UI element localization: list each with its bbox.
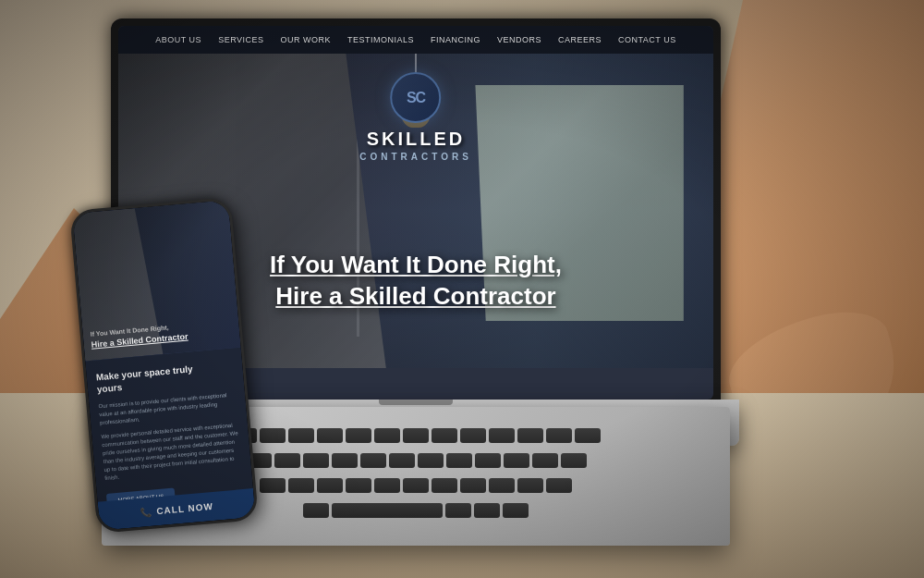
phone: If You Want It Done Right, Hire a Skille… [69, 197, 259, 534]
key [445, 503, 471, 518]
logo-name-line1: SKILLED [359, 129, 472, 150]
key [517, 428, 543, 443]
key [274, 453, 300, 468]
key [489, 478, 515, 493]
nav-our-work[interactable]: OUR WORK [280, 35, 331, 44]
key [374, 428, 400, 443]
key [332, 453, 358, 468]
key [403, 478, 429, 493]
nav-financing[interactable]: FINANCING [431, 35, 480, 44]
key [460, 428, 486, 443]
key [575, 428, 601, 443]
nav-services[interactable]: SERVICES [218, 35, 263, 44]
phone-paragraph-2: We provide personal detailed service wit… [101, 421, 242, 483]
key [432, 478, 457, 493]
key [260, 478, 286, 493]
key [317, 428, 343, 443]
key [346, 428, 371, 443]
key [317, 478, 343, 493]
key [561, 453, 587, 468]
hero-headline: If You Want It Done Right, Hire a Skille… [177, 250, 653, 313]
key [446, 453, 472, 468]
phone-section-title: Make your space truly yours [95, 360, 235, 396]
key [460, 478, 486, 493]
key [532, 453, 558, 468]
key [303, 503, 329, 518]
key [475, 453, 501, 468]
key [489, 428, 515, 443]
key [517, 478, 543, 493]
call-now-label: CALL NOW [156, 501, 213, 516]
key [374, 478, 400, 493]
phone-hero-section: If You Want It Done Right, Hire a Skille… [72, 200, 240, 361]
key [432, 428, 457, 443]
laptop-hinge [379, 400, 453, 405]
call-icon: 📞 [140, 507, 152, 518]
website-nav: ABOUT US SERVICES OUR WORK TESTIMONIALS … [118, 26, 713, 54]
logo-name-line2: CONTRACTORS [359, 152, 472, 162]
key [503, 503, 529, 518]
logo-initials: SC [407, 90, 425, 106]
hero-headline-line1: If You Want It Done Right, [270, 251, 562, 278]
key [260, 428, 286, 443]
key [474, 503, 500, 518]
nav-vendors[interactable]: VENDORS [497, 35, 541, 44]
logo-circle: SC [391, 72, 442, 123]
key [418, 453, 444, 468]
nav-careers[interactable]: CAREERS [558, 35, 602, 44]
phone-screen: If You Want It Done Right, Hire a Skille… [72, 200, 255, 530]
key [288, 428, 314, 443]
key [360, 453, 386, 468]
key [303, 453, 329, 468]
key [389, 453, 415, 468]
nav-contact[interactable]: CONTACT US [618, 35, 676, 44]
nav-testimonials[interactable]: TESTIMONIALS [347, 35, 414, 44]
key [546, 478, 572, 493]
logo-area: SC SKILLED CONTRACTORS [359, 72, 472, 162]
key [546, 428, 572, 443]
spacebar-key [332, 503, 443, 518]
key [288, 478, 314, 493]
key [504, 453, 529, 468]
key [403, 428, 429, 443]
key [346, 478, 371, 493]
hero-headline-line2: Hire a Skilled Contractor [275, 282, 555, 310]
nav-about[interactable]: ABOUT US [155, 35, 201, 44]
